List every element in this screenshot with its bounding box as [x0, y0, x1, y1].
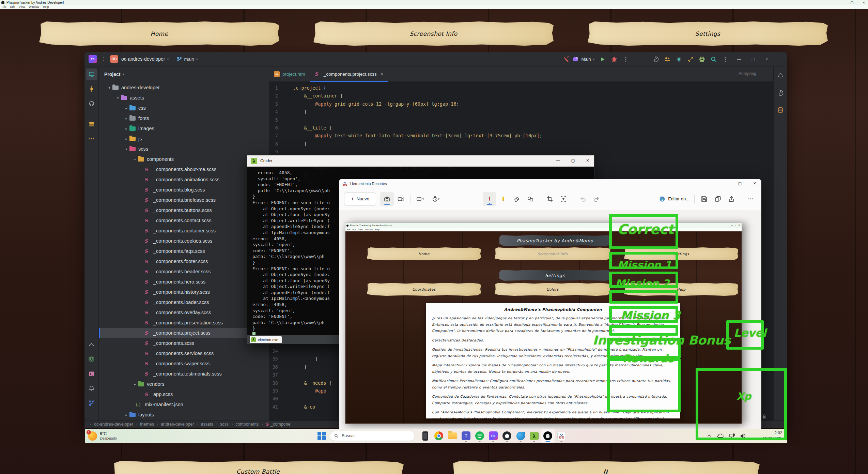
tree-item--components-buttons-scss[interactable]: S_components.buttons.scss — [99, 205, 269, 215]
tree-item--components-about-me-scss[interactable]: S_components.about-me.scss — [99, 164, 269, 174]
database-icon[interactable] — [775, 105, 786, 115]
phone-icon[interactable] — [561, 55, 573, 64]
tree-item--components-faqs-scss[interactable]: S_components.faqs.scss — [99, 246, 269, 256]
teams-icon[interactable]: T — [459, 429, 473, 443]
thunderbird-icon[interactable] — [514, 429, 527, 443]
close-icon[interactable]: × — [765, 57, 768, 62]
bottom-button-1[interactable]: Custom Battle — [112, 461, 404, 474]
more-icon[interactable] — [620, 55, 632, 64]
rect-select-icon[interactable]: ▾ — [413, 192, 427, 206]
commit-icon[interactable] — [86, 83, 97, 95]
tree-item-vendors[interactable]: ▸vendors — [99, 379, 269, 389]
breadcrumb-assets[interactable]: assets — [201, 422, 213, 427]
tree-item-images[interactable]: ▸images — [99, 123, 269, 134]
menu-item-window[interactable]: Window — [29, 5, 39, 9]
branch-selector[interactable]: main▾ — [177, 57, 200, 62]
chevron-right-icon[interactable]: ▸ — [123, 106, 129, 110]
more-h-icon[interactable] — [86, 133, 97, 144]
github-desktop-icon[interactable] — [500, 429, 514, 443]
terminal-tab[interactable]: λ electron.exe — [250, 336, 282, 343]
chevron-right-icon[interactable]: ▸ — [123, 413, 129, 417]
spotify-icon[interactable] — [473, 429, 486, 443]
tree-item-assets[interactable]: ▾assets — [99, 93, 269, 103]
taskbar-search[interactable]: Buscar — [330, 431, 415, 441]
notifications-icon[interactable] — [86, 383, 97, 394]
breadcrumb-themes[interactable]: themes — [140, 422, 154, 427]
chevron-right-icon[interactable]: ▸ — [123, 127, 129, 131]
tree-item--components-blog-scss[interactable]: S_components.blog.scss — [99, 185, 269, 195]
menu-item-help[interactable]: Help — [43, 5, 49, 9]
chrome-icon[interactable] — [432, 429, 446, 443]
chevron-down-icon[interactable]: ▾ — [132, 157, 138, 161]
nav-button-settings[interactable]: Settings — [588, 21, 828, 46]
tree-item-layouts[interactable]: ▸layouts — [99, 410, 269, 420]
breadcrumb-scss[interactable]: scss — [220, 422, 229, 427]
tree-item--components-scss[interactable]: S_components.scss — [99, 338, 269, 348]
new-snip-button[interactable]: +Nuevo — [344, 193, 376, 205]
crop-icon[interactable] — [543, 192, 557, 206]
redo-icon[interactable] — [590, 192, 603, 206]
file-explorer-icon[interactable] — [446, 429, 459, 443]
eraser-icon[interactable] — [510, 192, 524, 206]
breadcrumb-oc-andres-developer[interactable]: oc-andres-developer — [94, 422, 133, 427]
panel-title[interactable]: Project — [104, 72, 120, 77]
tree-item--components-animations-scss[interactable]: S_components.animations.scss — [99, 174, 269, 185]
project-selector[interactable]: oc-andres-developer — [121, 56, 165, 62]
chevron-down-icon[interactable]: ▾ — [123, 147, 129, 151]
tab-project-htm[interactable]: <>project.htm — [269, 66, 310, 81]
phasmotracker-icon[interactable] — [541, 429, 555, 443]
breadcrumb-components[interactable]: components — [235, 422, 259, 427]
minimize-icon[interactable]: — — [737, 57, 741, 62]
ai-icon[interactable] — [650, 55, 662, 64]
share-icon[interactable] — [725, 192, 738, 206]
snipping-tool-icon[interactable] — [555, 429, 568, 443]
close-tab-icon[interactable]: ✕ — [380, 72, 384, 76]
tree-item--components-overlay-scss[interactable]: S_components.overlay.scss — [99, 307, 269, 318]
more-icon[interactable] — [719, 55, 731, 64]
maximize-icon[interactable]: ▢ — [738, 181, 741, 186]
collaborate-icon[interactable] — [662, 55, 673, 64]
pull-requests-icon[interactable] — [86, 118, 97, 130]
highlighter-icon[interactable] — [496, 192, 510, 206]
chevron-down-icon[interactable]: ▾ — [115, 96, 121, 100]
plugins-icon[interactable] — [696, 55, 708, 64]
tree-item--components-history-scss[interactable]: S_components.history.scss — [99, 287, 269, 297]
chevron-right-icon[interactable]: ▸ — [132, 382, 138, 386]
tree-item--components-services-scss[interactable]: S_components.services.scss — [99, 348, 269, 358]
timer-icon[interactable]: ▾ — [429, 192, 443, 206]
tree-item--components-presentation-scss[interactable]: S_components.presentation.scss — [99, 318, 269, 328]
pen-icon[interactable]: ▾ — [483, 192, 496, 206]
copy-icon[interactable] — [711, 192, 725, 206]
tree-item-fonts[interactable]: ▸fonts — [99, 113, 269, 123]
undo-icon[interactable] — [576, 192, 590, 206]
menu-item-view[interactable]: View — [19, 5, 25, 9]
tree-item--components-cookies-scss[interactable]: S_components.cookies.scss — [99, 236, 269, 246]
tree-item--components-container-scss[interactable]: S_components.container.scss — [99, 226, 269, 236]
minimize-icon[interactable]: — — [723, 181, 726, 186]
save-icon[interactable] — [697, 192, 711, 206]
chevron-right-icon[interactable]: ▸ — [123, 117, 129, 120]
minimize-icon[interactable]: — — [838, 1, 841, 4]
tools-icon[interactable] — [685, 55, 696, 64]
camera-mode-icon[interactable] — [380, 192, 394, 206]
profiler-icon[interactable] — [86, 339, 97, 350]
tree-item-scss[interactable]: ▾scss — [99, 144, 269, 154]
run-icon[interactable] — [597, 55, 608, 64]
github-icon[interactable] — [86, 98, 97, 109]
text-actions-icon[interactable] — [557, 192, 570, 206]
phpstorm-icon[interactable]: PS — [486, 429, 500, 443]
shapes-icon[interactable] — [524, 192, 537, 206]
tree-item-app-scss[interactable]: Sapp.scss — [99, 389, 269, 399]
bottom-button-2[interactable]: N — [451, 461, 760, 474]
tree-item-andres-developer[interactable]: ▾andres-developer — [99, 82, 269, 93]
debug-icon[interactable] — [608, 55, 620, 64]
video-mode-icon[interactable] — [394, 192, 407, 206]
branches-icon[interactable] — [86, 397, 97, 409]
menu-item-edit[interactable]: Edit — [10, 5, 15, 9]
tree-item-css[interactable]: ▸css — [99, 103, 269, 113]
nav-button-screenshot-info[interactable]: Screenshot Info — [313, 21, 554, 46]
tree-item--components-testimonials-scss[interactable]: S_components.testimonials.scss — [99, 369, 269, 379]
nav-button-home[interactable]: Home — [39, 21, 279, 46]
close-icon[interactable]: ✕ — [753, 181, 756, 186]
edit-in-paint-button[interactable]: Editar en... — [659, 196, 689, 202]
